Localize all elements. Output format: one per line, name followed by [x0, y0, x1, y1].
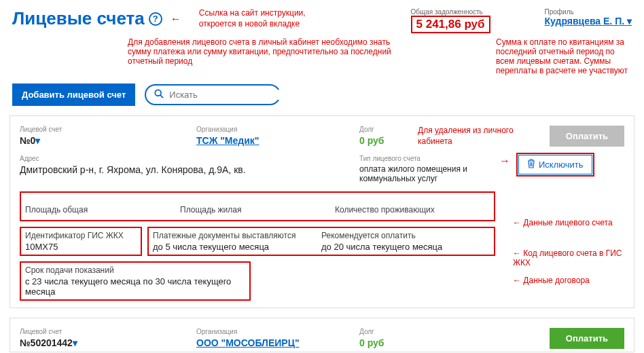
payrec-label: Рекомендуется оплатить — [321, 231, 483, 240]
svg-line-1 — [160, 95, 163, 98]
chevron-down-icon: ▾ — [73, 337, 77, 348]
ls-label: Лицевой счет — [20, 126, 196, 133]
gis-value: 10МХ75 — [25, 242, 137, 252]
type-value: оплата жилого помещения и коммунальных у… — [359, 164, 495, 183]
profile-name[interactable]: Кудрявцева Е. П. ▾ — [545, 16, 632, 26]
org-label: Организация — [196, 328, 359, 335]
chevron-down-icon: ▾ — [627, 16, 632, 26]
annotation-exclude: Для удаления из личного кабинета — [418, 126, 529, 147]
addr-label: Адрес — [20, 155, 359, 162]
type-label: Тип лицевого счета — [359, 155, 495, 162]
search-icon — [154, 89, 164, 100]
page-title: Лицевые счета ? ← — [12, 8, 185, 29]
residents-label: Количество проживающих — [335, 205, 483, 215]
total-debt-label: Общая задолженность — [411, 8, 490, 16]
trash-icon — [527, 159, 535, 170]
org-value[interactable]: ООО "МОСОБЛЕИРЦ" — [196, 337, 359, 348]
chevron-down-icon: ▾ — [35, 135, 40, 146]
annotation-contract: ← Данные договора — [513, 276, 590, 285]
arrow-icon: ← — [171, 13, 181, 25]
meter-label: Срок подачи показаний — [25, 265, 245, 275]
paydoc-label: Платежные документы выставляются — [153, 231, 315, 240]
exclude-label: Исключить — [539, 160, 584, 170]
ls-value: №0▾ — [20, 135, 196, 146]
arrow-icon: → — [499, 155, 510, 167]
paydoc-value: до 5 числа текущего месяца — [153, 242, 315, 252]
add-account-button[interactable]: Добавить лицевой счет — [12, 83, 135, 106]
area-total-label: Площадь общая — [25, 205, 173, 215]
help-icon[interactable]: ? — [149, 12, 162, 26]
payrec-value: до 20 числа текущего месяца — [321, 242, 483, 252]
debt-value: 0 руб — [359, 135, 414, 146]
pay-button: Оплатить — [550, 126, 624, 147]
org-value[interactable]: ТСЖ "Медик" — [196, 135, 359, 146]
org-label: Организация — [196, 126, 359, 133]
ls-value: №50201442▾ — [20, 337, 196, 348]
debt-value: 0 руб — [359, 337, 529, 348]
exclude-button[interactable]: Исключить — [518, 155, 592, 174]
search-box[interactable] — [145, 84, 281, 105]
debt-label: Долг — [359, 126, 414, 133]
area-living-label: Площадь жилая — [180, 205, 328, 215]
annotation-account-data: ← Данные лицевого счета — [513, 218, 613, 227]
annotation-help: Ссылка на сайт инструкции, откроется в н… — [199, 8, 384, 29]
annotation-debt: Сумма к оплате по квитанциям за последни… — [496, 37, 632, 75]
annotation-gis: ← Код лицевого счета в ГИС ЖКХ — [513, 248, 634, 267]
addr-value: Дмитровский р-н, г. Яхрома, ул. Конярова… — [20, 164, 359, 175]
debt-label: Долг — [359, 328, 529, 335]
ls-label: Лицевой счет — [20, 328, 196, 335]
title-text: Лицевые счета — [12, 8, 145, 29]
pay-button[interactable]: Оплатить — [550, 328, 624, 349]
meter-value: с 23 числа текущего месяца по 30 числа т… — [25, 276, 245, 297]
profile-label: Профиль — [545, 8, 632, 16]
search-input[interactable] — [169, 90, 283, 100]
account-card: Лицевой счет №0▾ Организация ТСЖ "Медик"… — [10, 115, 634, 308]
gis-label: Идентификатор ГИС ЖКХ — [25, 231, 137, 240]
annotation-add: Для добавления лицевого счета в личный к… — [128, 37, 413, 75]
total-debt-value: 5 241,86 руб — [411, 16, 490, 33]
account-card: Лицевой счет №50201442▾ Организация ООО … — [10, 318, 634, 352]
svg-point-0 — [156, 90, 162, 96]
